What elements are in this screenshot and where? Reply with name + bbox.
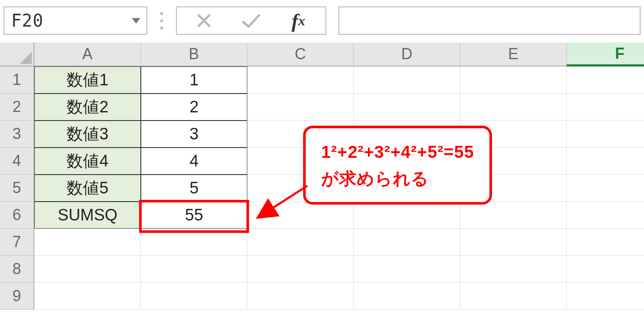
cell-e2[interactable] bbox=[460, 94, 567, 121]
cell-e1[interactable] bbox=[460, 66, 567, 94]
cell-c6[interactable] bbox=[247, 202, 354, 229]
cell-a6[interactable]: SUMSQ bbox=[34, 202, 141, 229]
callout-line2: が求められる bbox=[321, 165, 474, 192]
cell-c8[interactable] bbox=[247, 256, 354, 283]
cell-e6[interactable] bbox=[460, 202, 567, 229]
cancel-icon[interactable] bbox=[180, 7, 228, 34]
cell-c1[interactable] bbox=[247, 66, 354, 94]
column-header-d[interactable]: D bbox=[354, 42, 460, 66]
cell-b1[interactable]: 1 bbox=[141, 66, 247, 94]
row bbox=[34, 256, 644, 283]
cell-f9[interactable] bbox=[567, 283, 644, 310]
row-header-2[interactable]: 2 bbox=[0, 94, 34, 121]
cell-f4[interactable] bbox=[567, 148, 644, 175]
cell-b8[interactable] bbox=[141, 256, 247, 283]
cell-b2[interactable]: 2 bbox=[141, 94, 247, 121]
cell-b7[interactable] bbox=[141, 229, 247, 256]
cell-a8[interactable] bbox=[34, 256, 141, 283]
cell-c9[interactable] bbox=[247, 283, 354, 310]
formula-bar: F20 fx bbox=[0, 0, 644, 42]
cell-a5[interactable]: 数値5 bbox=[34, 175, 141, 202]
cell-b5[interactable]: 5 bbox=[141, 175, 247, 202]
row-header-5[interactable]: 5 bbox=[0, 175, 34, 202]
row-header-4[interactable]: 4 bbox=[0, 148, 34, 175]
cell-f8[interactable] bbox=[567, 256, 644, 283]
row-header-1[interactable]: 1 bbox=[0, 66, 34, 94]
cell-f3[interactable] bbox=[567, 121, 644, 148]
insert-function-icon[interactable]: fx bbox=[275, 7, 322, 34]
column-header-b[interactable]: B bbox=[141, 42, 247, 66]
row-header-6[interactable]: 6 bbox=[0, 202, 34, 229]
cell-f7[interactable] bbox=[567, 229, 644, 256]
cell-d6[interactable] bbox=[354, 202, 460, 229]
cell-b4[interactable]: 4 bbox=[141, 148, 247, 175]
confirm-icon[interactable] bbox=[228, 7, 275, 34]
column-header-e[interactable]: E bbox=[460, 42, 567, 66]
row-headers: 123456789 bbox=[0, 66, 34, 310]
cell-f5[interactable] bbox=[567, 175, 644, 202]
cell-b9[interactable] bbox=[141, 283, 247, 310]
cell-e8[interactable] bbox=[460, 256, 567, 283]
row bbox=[34, 283, 644, 310]
cell-e7[interactable] bbox=[460, 229, 567, 256]
cell-d7[interactable] bbox=[354, 229, 460, 256]
column-header-c[interactable]: C bbox=[247, 42, 354, 66]
cell-a4[interactable]: 数値4 bbox=[34, 148, 141, 175]
formula-input[interactable] bbox=[338, 6, 641, 35]
name-box[interactable]: F20 bbox=[3, 6, 147, 35]
cell-f1[interactable] bbox=[567, 66, 644, 94]
separator-dots-icon bbox=[159, 6, 164, 35]
cell-b6[interactable]: 55 bbox=[141, 202, 247, 229]
cell-d9[interactable] bbox=[354, 283, 460, 310]
column-header-a[interactable]: A bbox=[34, 42, 141, 66]
cell-a2[interactable]: 数値2 bbox=[34, 94, 141, 121]
cell-e9[interactable] bbox=[460, 283, 567, 310]
row bbox=[34, 229, 644, 256]
formula-buttons: fx bbox=[176, 6, 326, 35]
name-box-text: F20 bbox=[11, 11, 43, 30]
cell-d2[interactable] bbox=[354, 94, 460, 121]
cell-a1[interactable]: 数値1 bbox=[34, 66, 141, 94]
cell-d1[interactable] bbox=[354, 66, 460, 94]
cell-b3[interactable]: 3 bbox=[141, 121, 247, 148]
row-header-7[interactable]: 7 bbox=[0, 229, 34, 256]
cell-d8[interactable] bbox=[354, 256, 460, 283]
cell-a7[interactable] bbox=[34, 229, 141, 256]
column-header-f[interactable]: F bbox=[567, 42, 644, 66]
cell-a3[interactable]: 数値3 bbox=[34, 121, 141, 148]
callout-line1: 1²+2²+3²+4²+5²=55 bbox=[321, 139, 474, 165]
cell-c2[interactable] bbox=[247, 94, 354, 121]
row: 数値22 bbox=[34, 94, 644, 121]
cell-a9[interactable] bbox=[34, 283, 141, 310]
cell-f6[interactable] bbox=[567, 202, 644, 229]
select-all-cell[interactable] bbox=[0, 42, 34, 66]
row-header-8[interactable]: 8 bbox=[0, 256, 34, 283]
row: SUMSQ55 bbox=[34, 202, 644, 229]
row-header-3[interactable]: 3 bbox=[0, 121, 34, 148]
row-header-9[interactable]: 9 bbox=[0, 283, 34, 310]
cell-f2[interactable] bbox=[567, 94, 644, 121]
column-headers: ABCDEF bbox=[34, 42, 644, 66]
annotation-callout: 1²+2²+3²+4²+5²=55 が求められる bbox=[303, 126, 492, 205]
chevron-down-icon[interactable] bbox=[132, 18, 140, 24]
row: 数値11 bbox=[34, 66, 644, 94]
cell-c7[interactable] bbox=[247, 229, 354, 256]
